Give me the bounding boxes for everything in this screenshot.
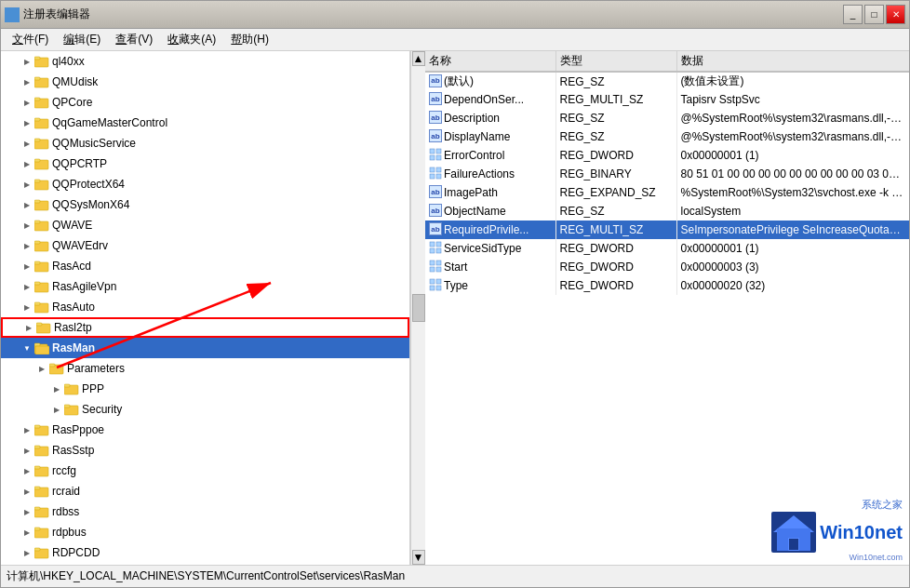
reg-data-cell: SeImpersonatePrivilege SeIncreaseQuotaPr… bbox=[676, 220, 909, 239]
folder-icon bbox=[34, 423, 49, 436]
tree-item[interactable]: ▶ QqGameMasterControl bbox=[1, 113, 409, 133]
svg-rect-17 bbox=[34, 180, 40, 182]
tree-item[interactable]: ▶ QQProtectX64 bbox=[1, 174, 409, 194]
table-row[interactable]: abRequiredPrivile...REG_MULTI_SZSeImpers… bbox=[425, 220, 909, 239]
close-button[interactable]: ✕ bbox=[886, 5, 905, 24]
folder-icon bbox=[64, 403, 79, 416]
expand-icon[interactable]: ▶ bbox=[20, 259, 34, 274]
tree-item[interactable]: ▶ Rasl2tp bbox=[1, 317, 409, 338]
table-row[interactable]: ab(默认)REG_SZ(数值未设置) bbox=[425, 72, 909, 90]
menu-help[interactable]: 帮助(H) bbox=[223, 30, 276, 49]
tree-item[interactable]: ▶ QPCore bbox=[1, 92, 409, 113]
tree-item[interactable]: ▶ QQSysMonX64 bbox=[1, 194, 409, 215]
table-row[interactable]: StartREG_DWORD0x00000003 (3) bbox=[425, 258, 909, 276]
expand-icon[interactable]: ▶ bbox=[34, 361, 49, 376]
expand-icon[interactable]: ▶ bbox=[20, 504, 34, 519]
menu-file[interactable]: 文件(F) bbox=[5, 30, 56, 49]
svg-rect-34 bbox=[35, 346, 49, 354]
expand-icon[interactable]: ▶ bbox=[20, 218, 34, 233]
tree-item[interactable]: ▶ RasPppoe bbox=[1, 420, 409, 440]
svg-rect-75 bbox=[430, 267, 435, 272]
expand-icon[interactable]: ▶ bbox=[20, 54, 34, 69]
tree-item[interactable]: ▶ RasSstp bbox=[1, 440, 409, 461]
tree-item-label: QWAVEdrv bbox=[52, 239, 108, 252]
tree-item[interactable]: ▼ RasMan bbox=[1, 338, 409, 358]
tree-item[interactable]: ▶ QQMusicService bbox=[1, 133, 409, 154]
tree-item[interactable]: ▶ QMUdisk bbox=[1, 72, 409, 92]
tree-item[interactable]: ▶ QWAVE bbox=[1, 215, 409, 235]
expand-icon[interactable]: ▶ bbox=[20, 463, 34, 478]
tree-item[interactable]: ▶ rdbss bbox=[1, 501, 409, 522]
table-row[interactable]: abObjectNameREG_SZlocalSystem bbox=[425, 202, 909, 220]
expand-icon[interactable]: ▶ bbox=[20, 279, 34, 294]
tree-item[interactable]: ▶ rccfg bbox=[1, 461, 409, 481]
tree-item[interactable]: ▶ ql40xx bbox=[1, 51, 409, 72]
folder-icon bbox=[34, 485, 49, 498]
menu-favorites[interactable]: 收藏夹(A) bbox=[160, 30, 223, 49]
table-row[interactable]: abImagePathREG_EXPAND_SZ%SystemRoot%\Sys… bbox=[425, 183, 909, 202]
tree-item-label: rdbss bbox=[52, 505, 79, 518]
tree-item-label: Rasl2tp bbox=[54, 321, 92, 334]
minimize-button[interactable]: _ bbox=[843, 5, 863, 24]
maximize-button[interactable]: □ bbox=[864, 5, 884, 24]
expand-icon[interactable]: ▶ bbox=[20, 300, 34, 314]
tree-item[interactable]: ▶ QQPCRTP bbox=[1, 154, 409, 174]
expand-icon[interactable]: ▶ bbox=[20, 115, 34, 130]
tree-item[interactable]: ▶ RasAuto bbox=[1, 297, 409, 317]
table-row[interactable]: ErrorControlREG_DWORD0x00000001 (1) bbox=[425, 146, 909, 165]
expand-icon[interactable]: ▶ bbox=[49, 402, 64, 417]
table-row[interactable]: ServiceSidTypeREG_DWORD0x00000001 (1) bbox=[425, 239, 909, 258]
expand-icon[interactable]: ▶ bbox=[20, 156, 34, 171]
expand-icon[interactable]: ▶ bbox=[20, 484, 34, 499]
tree-item[interactable]: ▶ PPP bbox=[1, 379, 409, 399]
tree-item[interactable]: ▶ QWAVEdrv bbox=[1, 235, 409, 256]
col-header-name[interactable]: 名称 bbox=[425, 51, 555, 72]
table-row[interactable]: abDescriptionREG_SZ@%SystemRoot%\system3… bbox=[425, 109, 909, 127]
menu-view[interactable]: 查看(V) bbox=[108, 30, 160, 49]
expand-icon[interactable]: ▶ bbox=[20, 238, 34, 253]
table-row[interactable]: FailureActionsREG_BINARY80 51 01 00 00 0… bbox=[425, 165, 909, 183]
reg-name-cell: ServiceSidType bbox=[425, 239, 555, 258]
col-header-data[interactable]: 数据 bbox=[676, 51, 909, 72]
tree-item-label: PPP bbox=[82, 382, 104, 395]
scroll-down-btn[interactable]: ▼ bbox=[412, 550, 425, 565]
expand-icon[interactable]: ▶ bbox=[20, 197, 34, 212]
expand-icon[interactable]: ▶ bbox=[20, 177, 34, 192]
reg-type-cell: REG_BINARY bbox=[555, 165, 676, 183]
table-row[interactable]: abDisplayNameREG_SZ@%SystemRoot%\system3… bbox=[425, 127, 909, 146]
scroll-thumb[interactable] bbox=[412, 294, 425, 322]
folder-icon bbox=[34, 219, 49, 232]
tree-item[interactable]: ▶ RasAcd bbox=[1, 256, 409, 276]
expand-icon[interactable]: ▼ bbox=[20, 341, 34, 355]
svg-rect-52 bbox=[34, 528, 40, 530]
table-row[interactable]: abDependOnSer...REG_MULTI_SZTapisrv Sstp… bbox=[425, 90, 909, 109]
col-header-type[interactable]: 类型 bbox=[555, 51, 676, 72]
tree-item[interactable]: ▶ rdpbus bbox=[1, 522, 409, 542]
tree-item-label: QQSysMonX64 bbox=[52, 198, 129, 211]
scroll-up-btn[interactable]: ▲ bbox=[412, 51, 425, 66]
expand-icon[interactable]: ▶ bbox=[20, 525, 34, 540]
tree-item[interactable]: ▶ RDPDD bbox=[1, 563, 409, 565]
tree-item[interactable]: ▶ RasAgileVpn bbox=[1, 276, 409, 297]
expand-icon[interactable]: ▶ bbox=[20, 74, 34, 89]
expand-icon[interactable]: ▶ bbox=[20, 545, 34, 560]
expand-icon[interactable]: ▶ bbox=[20, 95, 34, 110]
expand-icon[interactable]: ▶ bbox=[21, 320, 36, 335]
folder-icon bbox=[34, 157, 49, 170]
expand-icon[interactable]: ▶ bbox=[20, 443, 34, 458]
expand-icon[interactable]: ▶ bbox=[49, 381, 64, 396]
tree-item[interactable]: ▶ rcraid bbox=[1, 481, 409, 501]
expand-icon[interactable]: ▶ bbox=[20, 422, 34, 437]
tree-item[interactable]: ▶ RDPCDD bbox=[1, 542, 409, 563]
menu-edit[interactable]: 编辑(E) bbox=[56, 30, 108, 49]
tree-item[interactable]: ▶ Parameters bbox=[1, 358, 409, 379]
tree-item-label: RDPCDD bbox=[52, 546, 100, 559]
reg-name-cell: Type bbox=[425, 276, 555, 295]
table-row[interactable]: TypeREG_DWORD0x00000020 (32) bbox=[425, 276, 909, 295]
reg-name-cell: abImagePath bbox=[425, 183, 555, 202]
expand-icon[interactable]: ▶ bbox=[20, 136, 34, 151]
reg-name: ErrorControl bbox=[444, 149, 504, 162]
tree-item[interactable]: ▶ Security bbox=[1, 399, 409, 420]
reg-data-cell: 0x00000003 (3) bbox=[676, 258, 909, 276]
status-path: 计算机\HKEY_LOCAL_MACHINE\SYSTEM\CurrentCon… bbox=[7, 568, 405, 584]
